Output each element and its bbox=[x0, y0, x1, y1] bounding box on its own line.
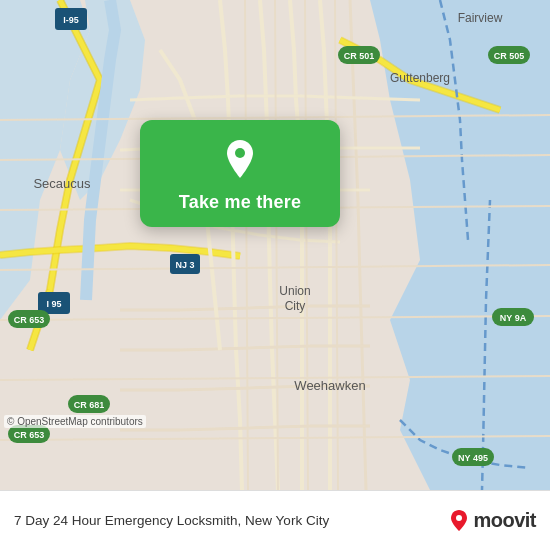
take-me-there-card[interactable]: Take me there bbox=[140, 120, 340, 227]
map-container: I-95 I 95 NJ 3 CR 501 CR 505 CR 653 CR 6… bbox=[0, 0, 550, 490]
take-me-there-label: Take me there bbox=[179, 192, 301, 213]
place-name-label: 7 Day 24 Hour Emergency Locksmith, New Y… bbox=[14, 513, 441, 528]
svg-text:City: City bbox=[285, 299, 306, 313]
svg-point-30 bbox=[235, 148, 245, 158]
moovit-logo: moovit bbox=[449, 509, 536, 533]
svg-text:CR 653: CR 653 bbox=[14, 430, 45, 440]
svg-text:CR 501: CR 501 bbox=[344, 51, 375, 61]
svg-text:NJ 3: NJ 3 bbox=[175, 260, 194, 270]
svg-text:CR 505: CR 505 bbox=[494, 51, 525, 61]
svg-text:I-95: I-95 bbox=[63, 15, 79, 25]
svg-text:CR 653: CR 653 bbox=[14, 315, 45, 325]
svg-text:NY 9A: NY 9A bbox=[500, 313, 527, 323]
svg-text:Union: Union bbox=[279, 284, 310, 298]
map-pin-icon bbox=[218, 138, 262, 182]
location-pin-icon bbox=[449, 509, 469, 533]
svg-text:Guttenberg: Guttenberg bbox=[390, 71, 450, 85]
svg-point-31 bbox=[456, 515, 462, 521]
svg-text:Weehawken: Weehawken bbox=[294, 378, 365, 393]
svg-text:CR 681: CR 681 bbox=[74, 400, 105, 410]
svg-text:I 95: I 95 bbox=[46, 299, 61, 309]
map-attribution: © OpenStreetMap contributors bbox=[4, 415, 146, 428]
app: I-95 I 95 NJ 3 CR 501 CR 505 CR 653 CR 6… bbox=[0, 0, 550, 550]
svg-text:Secaucus: Secaucus bbox=[33, 176, 91, 191]
svg-text:NY 495: NY 495 bbox=[458, 453, 488, 463]
moovit-brand-text: moovit bbox=[473, 509, 536, 532]
svg-text:Fairview: Fairview bbox=[458, 11, 503, 25]
footer-bar: 7 Day 24 Hour Emergency Locksmith, New Y… bbox=[0, 490, 550, 550]
